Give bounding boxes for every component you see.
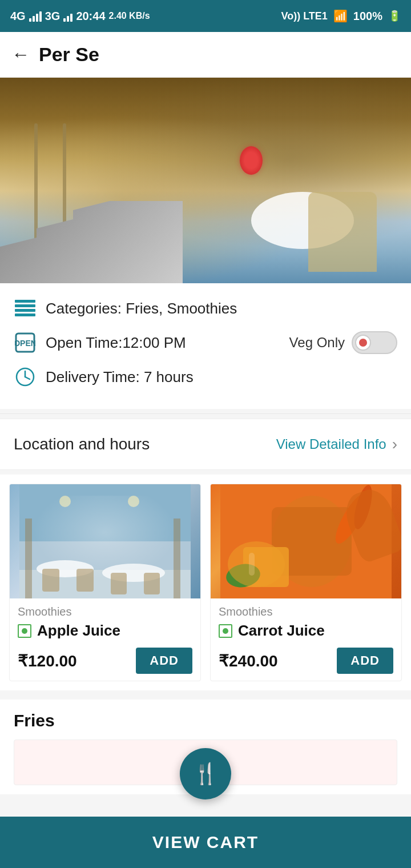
categories-text: Categories: Fries, Smoothies bbox=[46, 300, 397, 318]
svg-rect-3 bbox=[15, 314, 35, 316]
location-section[interactable]: Location and hours View Detailed Info › bbox=[0, 419, 411, 470]
battery-percentage: 100% bbox=[353, 10, 382, 23]
apple-juice-name: Apple Juice bbox=[37, 622, 120, 640]
open-time-row: OPEN Open Time:12:00 PM Veg Only bbox=[14, 331, 397, 354]
apple-juice-veg-dot bbox=[22, 628, 27, 634]
delivery-time-row: Delivery Time: 7 hours bbox=[14, 365, 397, 388]
svg-rect-29 bbox=[249, 553, 255, 576]
open-time-text: Open Time:12:00 PM bbox=[46, 334, 186, 352]
carrot-juice-veg-indicator bbox=[219, 624, 232, 638]
carrot-juice-card-body: Smoothies Carrot Juice ₹240.00 ADD bbox=[211, 598, 401, 681]
chevron-right-icon: › bbox=[392, 435, 397, 453]
svg-rect-0 bbox=[15, 300, 35, 303]
chair-decor bbox=[308, 192, 377, 272]
apple-juice-category: Smoothies bbox=[18, 605, 192, 618]
svg-rect-17 bbox=[144, 573, 160, 594]
veg-toggle[interactable] bbox=[352, 331, 397, 354]
status-left: 4G 3G 20:44 2.40 KB/s bbox=[10, 10, 150, 23]
categories-row: Categories: Fries, Smoothies bbox=[14, 297, 397, 320]
menu-grid: Smoothies Apple Juice ₹120.00 ADD bbox=[9, 484, 402, 681]
apple-juice-price-row: ₹120.00 ADD bbox=[18, 648, 192, 674]
svg-point-21 bbox=[128, 496, 139, 507]
network-4g: 4G bbox=[10, 10, 26, 23]
svg-rect-14 bbox=[42, 569, 59, 592]
svg-rect-2 bbox=[15, 309, 35, 312]
view-cart-bar[interactable]: VIEW CART bbox=[0, 817, 411, 868]
flower-decor bbox=[240, 146, 263, 175]
apple-juice-veg-indicator bbox=[18, 624, 31, 638]
signal-bars-3g bbox=[63, 10, 72, 22]
apple-juice-name-row: Apple Juice bbox=[18, 622, 192, 640]
svg-rect-19 bbox=[174, 519, 180, 598]
menu-card-carrot-juice: Smoothies Carrot Juice ₹240.00 ADD bbox=[210, 484, 402, 681]
svg-rect-25 bbox=[243, 547, 289, 587]
toggle-dot-inner bbox=[359, 339, 367, 347]
network-speed: 2.40 KB/s bbox=[109, 11, 150, 21]
toggle-dot bbox=[355, 335, 371, 351]
svg-point-12 bbox=[37, 560, 94, 577]
apple-juice-add-button[interactable]: ADD bbox=[136, 648, 192, 674]
svg-rect-1 bbox=[15, 304, 35, 307]
svg-rect-9 bbox=[19, 484, 191, 598]
svg-line-8 bbox=[25, 377, 30, 379]
wifi-icon: 📶 bbox=[333, 9, 348, 23]
fab-icon: 🍴 bbox=[193, 762, 219, 786]
apple-juice-image bbox=[10, 484, 200, 598]
carrot-juice-price: ₹240.00 bbox=[219, 652, 278, 670]
network-3g: 3G bbox=[45, 10, 61, 23]
delivery-time-text: Delivery Time: 7 hours bbox=[46, 368, 397, 386]
carrot-juice-name-row: Carrot Juice bbox=[219, 622, 393, 640]
open-time-icon: OPEN bbox=[14, 331, 37, 354]
svg-point-13 bbox=[102, 564, 165, 582]
signal-bars-4g bbox=[29, 10, 42, 22]
toggle-track bbox=[352, 331, 397, 354]
svg-rect-18 bbox=[25, 519, 32, 598]
svg-point-20 bbox=[59, 496, 71, 507]
fries-title: Fries bbox=[14, 711, 397, 730]
info-section: Categories: Fries, Smoothies OPEN Open T… bbox=[0, 283, 411, 409]
app-header: ← Per Se bbox=[0, 32, 411, 78]
menu-card-apple-juice: Smoothies Apple Juice ₹120.00 ADD bbox=[9, 484, 201, 681]
status-bar: 4G 3G 20:44 2.40 KB/s Vo)) LTE1 📶 100% 🔋 bbox=[0, 0, 411, 32]
carrot-juice-image bbox=[211, 484, 401, 598]
page-title: Per Se bbox=[39, 43, 99, 66]
svg-text:OPEN: OPEN bbox=[15, 339, 35, 348]
back-button[interactable]: ← bbox=[11, 44, 30, 65]
battery-icon: 🔋 bbox=[388, 10, 401, 22]
carrot-juice-veg-dot bbox=[223, 628, 228, 634]
status-time: 20:44 bbox=[76, 10, 105, 23]
volte-indicator: Vo)) LTE1 bbox=[281, 10, 328, 22]
delivery-time-icon bbox=[14, 365, 37, 388]
categories-icon bbox=[14, 297, 37, 320]
location-label: Location and hours bbox=[14, 435, 150, 453]
svg-rect-15 bbox=[76, 569, 94, 592]
restaurant-image bbox=[0, 78, 411, 283]
apple-juice-price: ₹120.00 bbox=[18, 652, 77, 670]
carrot-juice-name: Carrot Juice bbox=[238, 622, 325, 640]
location-right: View Detailed Info › bbox=[276, 435, 397, 453]
veg-toggle-section: Veg Only bbox=[289, 331, 397, 354]
carrot-juice-price-row: ₹240.00 ADD bbox=[219, 648, 393, 674]
menu-section: Smoothies Apple Juice ₹120.00 ADD bbox=[0, 475, 411, 690]
svg-rect-11 bbox=[19, 570, 191, 598]
view-cart-label: VIEW CART bbox=[152, 833, 259, 852]
fab-button[interactable]: 🍴 bbox=[180, 748, 231, 799]
apple-juice-card-body: Smoothies Apple Juice ₹120.00 ADD bbox=[10, 598, 200, 681]
svg-rect-16 bbox=[111, 573, 127, 594]
section-divider bbox=[0, 413, 411, 414]
veg-only-label: Veg Only bbox=[289, 335, 345, 351]
status-right: Vo)) LTE1 📶 100% 🔋 bbox=[281, 9, 401, 23]
carrot-juice-add-button[interactable]: ADD bbox=[337, 648, 393, 674]
carrot-juice-category: Smoothies bbox=[219, 605, 393, 618]
view-detailed-info-link[interactable]: View Detailed Info bbox=[276, 436, 386, 452]
